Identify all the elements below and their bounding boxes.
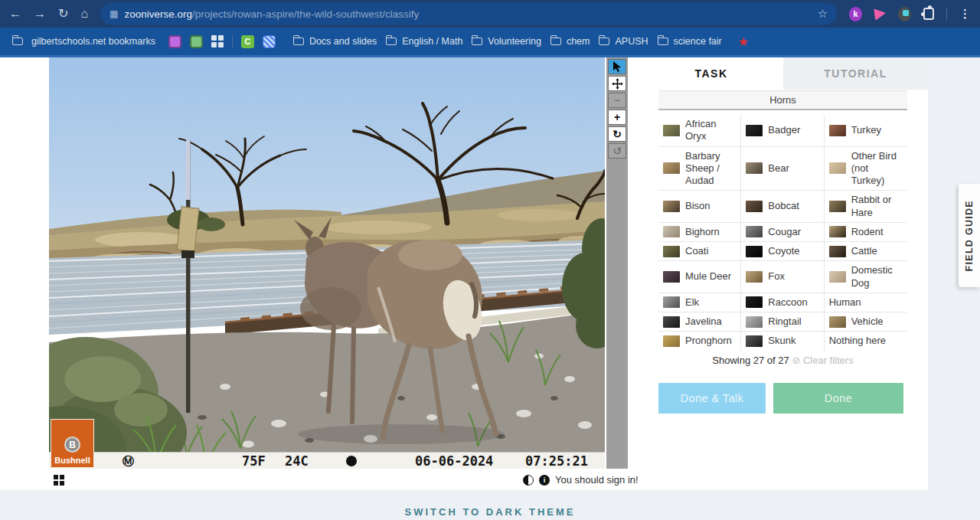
choice-raccoon[interactable]: Raccoon xyxy=(741,293,824,312)
classroom-bookmark-icon[interactable]: C xyxy=(241,35,254,48)
field-guide-button[interactable]: FIELD GUIDE xyxy=(959,184,980,287)
zoom-out-icon: − xyxy=(614,95,620,106)
choice-badger[interactable]: Badger xyxy=(741,115,824,147)
choice-barbary-sheep-audad[interactable]: Barbary Sheep / Audad xyxy=(658,147,741,191)
address-bar[interactable]: ▦ zooniverse.org/projects/rowan-aspire/t… xyxy=(100,3,837,25)
choice-nothing-here[interactable]: Nothing here xyxy=(825,332,907,350)
choice-ringtail[interactable]: Ringtail xyxy=(741,312,824,332)
choice-thumbnail xyxy=(746,271,763,283)
bookmark-star-icon[interactable]: ☆ xyxy=(818,7,828,21)
url-text[interactable]: zooniverse.org/projects/rowan-aspire/the… xyxy=(124,8,419,20)
choice-fox[interactable]: Fox xyxy=(741,261,824,293)
bookmarks-divider xyxy=(232,35,233,47)
choice-cattle[interactable]: Cattle xyxy=(825,242,907,261)
site-info-icon[interactable]: ▦ xyxy=(109,8,118,19)
home-icon[interactable]: ⌂ xyxy=(80,8,88,20)
tab-tutorial[interactable]: TUTORIAL xyxy=(783,57,928,90)
camera-trap-photo[interactable] xyxy=(49,57,605,469)
moon-phase-icon xyxy=(346,456,357,466)
bookmark-folder-english-math[interactable]: English / Math xyxy=(386,36,462,47)
showing-row: Showing 27 of 27 ⊘ Clear filters xyxy=(658,355,907,366)
choice-thumbnail xyxy=(746,246,763,257)
bookmark-folder-chem[interactable]: chem xyxy=(550,36,590,47)
choice-label: Mule Deer xyxy=(685,270,731,283)
zoom-out-button[interactable]: − xyxy=(608,93,626,108)
choice-skunk[interactable]: Skunk xyxy=(741,332,824,350)
choice-thumbnail xyxy=(829,162,846,174)
reload-icon[interactable]: ↻ xyxy=(58,8,68,20)
dark-extension-icon[interactable] xyxy=(898,7,911,21)
apps-grid-icon[interactable] xyxy=(211,35,224,47)
done-button[interactable]: Done xyxy=(773,383,903,414)
back-icon[interactable]: ← xyxy=(9,8,21,20)
rotate-icon: ↻ xyxy=(612,129,622,139)
choice-bear[interactable]: Bear xyxy=(741,147,824,191)
tab-task[interactable]: TASK xyxy=(639,57,783,90)
choice-african-oryx[interactable]: African Oryx xyxy=(658,115,741,147)
choice-thumbnail xyxy=(663,296,680,308)
choice-javelina[interactable]: Javelina xyxy=(658,312,741,332)
subject-viewer[interactable]: Ⓜ 75F 24C 06-06-2024 07:25:21 B Bushnell xyxy=(49,57,605,469)
folder-icon xyxy=(658,38,668,45)
reset-view-button[interactable]: ↺ xyxy=(608,143,626,159)
bookmarks-manager-label[interactable]: gilbertschools.net bookmarks xyxy=(31,36,155,47)
pointer-tool-button[interactable] xyxy=(608,59,626,74)
bookmark-folder-label: science fair xyxy=(674,36,722,47)
bushnell-logo: B Bushnell xyxy=(51,419,94,468)
blue-striped-bookmark-icon[interactable] xyxy=(263,35,276,48)
filter-header[interactable]: Horns xyxy=(658,90,907,110)
choice-coati[interactable]: Coati xyxy=(658,242,741,261)
choice-thumbnail xyxy=(829,246,846,257)
choice-label: Elk xyxy=(685,296,699,309)
subject-layout-grid-icon[interactable] xyxy=(54,475,64,486)
choice-other-bird-not-turkey[interactable]: Other Bird (not Turkey) xyxy=(825,147,907,191)
signin-row: i You should sign in! xyxy=(523,474,639,486)
purple-app-bookmark-icon[interactable] xyxy=(168,35,181,48)
choice-rabbit-or-hare[interactable]: Rabbit or Hare xyxy=(825,191,907,223)
choice-label: Nothing here xyxy=(829,335,886,347)
choice-domestic-dog[interactable]: Domestic Dog xyxy=(825,261,907,293)
zoom-in-button[interactable]: + xyxy=(608,110,626,125)
page: ← → ↻ ⌂ ▦ zooniverse.org/projects/rowan-… xyxy=(0,0,980,520)
choice-elk[interactable]: Elk xyxy=(658,293,741,312)
choice-label: Human xyxy=(829,296,861,309)
clear-filters-button[interactable]: ⊘ Clear filters xyxy=(792,355,853,366)
choice-bison[interactable]: Bison xyxy=(658,191,741,223)
done-and-talk-button[interactable]: Done & Talk xyxy=(658,383,766,414)
url-host: zooniverse.org xyxy=(124,8,192,20)
choice-human[interactable]: Human xyxy=(825,293,907,312)
choice-rodent[interactable]: Rodent xyxy=(825,223,907,242)
choice-label: Bobcat xyxy=(768,200,799,212)
pan-tool-button[interactable] xyxy=(608,76,626,91)
green-app-bookmark-icon[interactable] xyxy=(190,35,203,48)
extensions-puzzle-icon[interactable] xyxy=(923,8,935,20)
info-icon[interactable]: i xyxy=(539,475,550,486)
choice-pronghorn[interactable]: Pronghorn xyxy=(658,332,741,350)
action-buttons: Done & Talk Done xyxy=(658,383,907,414)
camera-date: 06-06-2024 xyxy=(415,453,493,469)
choice-coyote[interactable]: Coyote xyxy=(741,242,824,261)
choice-cougar[interactable]: Cougar xyxy=(741,223,824,242)
choice-vehicle[interactable]: Vehicle xyxy=(825,312,907,332)
browser-menu-icon[interactable]: ⋮ xyxy=(959,7,971,21)
star-favicon-bookmark[interactable]: ★ xyxy=(738,34,749,49)
bookmark-folder-volunteering[interactable]: Volunteering xyxy=(472,36,541,47)
choice-turkey[interactable]: Turkey xyxy=(825,115,907,147)
bookmark-folder-science-fair[interactable]: science fair xyxy=(658,36,722,47)
choice-label: Ringtail xyxy=(768,316,801,328)
pink-extension-icon[interactable] xyxy=(874,7,887,21)
kami-extension-icon[interactable]: k xyxy=(849,7,862,21)
theme-toggle-link[interactable]: SWITCH TO DARK THEME xyxy=(0,506,980,518)
forward-icon[interactable]: → xyxy=(34,8,46,20)
choice-thumbnail xyxy=(663,125,680,136)
choice-bighorn[interactable]: Bighorn xyxy=(658,223,741,242)
choice-mule-deer[interactable]: Mule Deer xyxy=(658,261,741,293)
choice-label: Domestic Dog xyxy=(851,264,903,289)
choice-bobcat[interactable]: Bobcat xyxy=(741,191,824,223)
rotate-button[interactable]: ↻ xyxy=(608,126,626,142)
choice-thumbnail xyxy=(829,226,846,237)
bookmark-folder-apush[interactable]: APUSH xyxy=(599,36,648,47)
invert-colors-icon[interactable] xyxy=(523,475,534,486)
bookmark-folder-docs-and-slides[interactable]: Docs and slides xyxy=(293,36,377,47)
bookmarks-manager-folder-icon[interactable] xyxy=(12,38,23,45)
